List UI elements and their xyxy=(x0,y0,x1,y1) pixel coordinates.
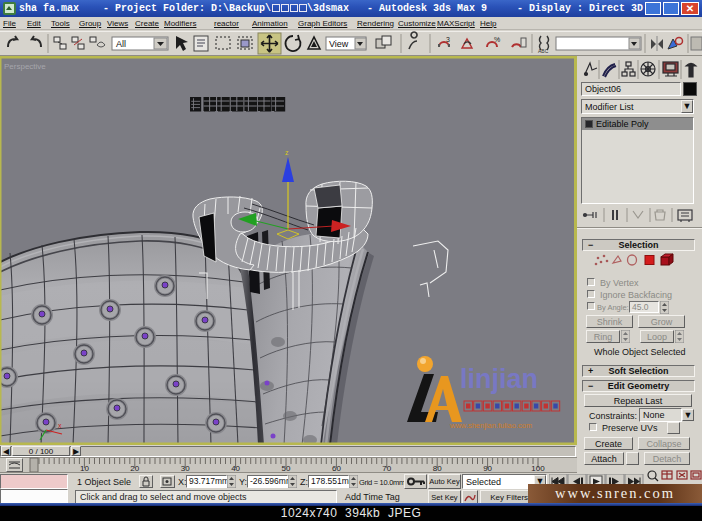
svg-text:All: All xyxy=(116,39,126,49)
svg-text:80: 80 xyxy=(433,464,442,473)
svg-text:linjian: linjian xyxy=(460,364,538,394)
svg-text:Perspective: Perspective xyxy=(4,62,46,71)
svg-text:90: 90 xyxy=(483,464,492,473)
svg-text:3: 3 xyxy=(446,36,450,43)
svg-text:30: 30 xyxy=(181,464,190,473)
svg-text:10: 10 xyxy=(80,464,89,473)
svg-text:x: x xyxy=(58,422,62,429)
svg-text:View: View xyxy=(329,39,349,49)
svg-text:70: 70 xyxy=(382,464,391,473)
svg-text:www.shenjian.fuliao.com: www.shenjian.fuliao.com xyxy=(449,421,532,430)
svg-text:40: 40 xyxy=(231,464,240,473)
svg-text:60: 60 xyxy=(332,464,341,473)
svg-text:50: 50 xyxy=(282,464,291,473)
svg-text:ABC: ABC xyxy=(538,48,549,54)
svg-text:100: 100 xyxy=(531,464,545,473)
svg-text:%: % xyxy=(494,36,500,43)
svg-text:z: z xyxy=(285,149,289,156)
svg-text:20: 20 xyxy=(130,464,139,473)
